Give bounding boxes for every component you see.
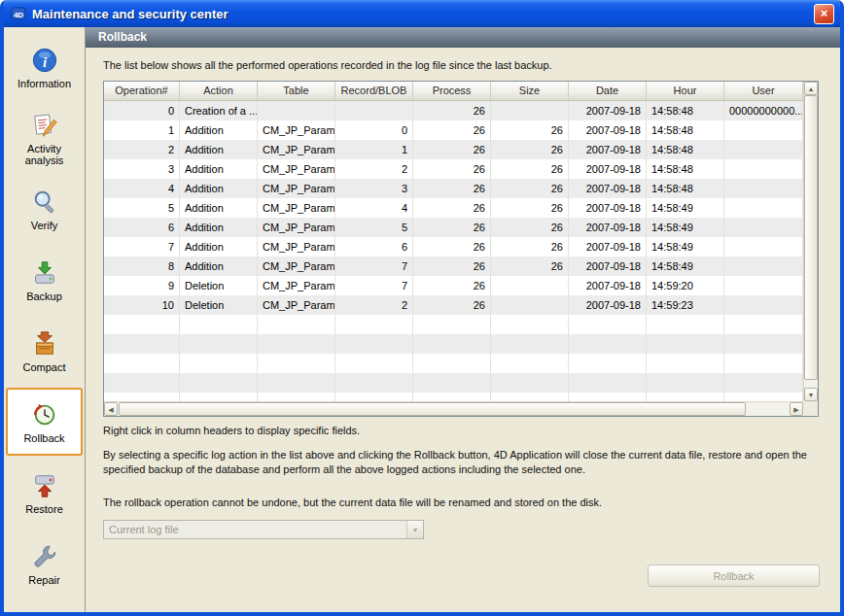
- table-row[interactable]: 4AdditionCM_JP_Params326262007-09-1814:5…: [104, 179, 803, 198]
- table-cell: 5: [104, 198, 180, 218]
- table-cell: 3: [335, 179, 413, 198]
- table-cell: 0: [104, 101, 180, 120]
- scroll-up-button[interactable]: ▲: [804, 82, 818, 95]
- column-header[interactable]: Date: [569, 82, 647, 100]
- column-header[interactable]: Size: [491, 82, 569, 100]
- table-cell: 26: [413, 276, 491, 295]
- horizontal-scroll-thumb[interactable]: [119, 402, 746, 416]
- log-file-select-value: Current log file: [104, 524, 406, 535]
- restore-disk-icon: [31, 470, 58, 501]
- table-row[interactable]: 6AdditionCM_JP_Params526262007-09-1814:5…: [104, 218, 803, 237]
- table-cell: [335, 315, 413, 334]
- sidebar-item-backup[interactable]: Backup: [6, 246, 83, 314]
- table-cell: 26: [491, 218, 569, 237]
- sidebar-item-repair[interactable]: Repair: [6, 530, 83, 598]
- table-cell: 2007-09-18: [569, 257, 647, 276]
- table-row[interactable]: 8AdditionCM_JP_Params726262007-09-1814:5…: [104, 257, 803, 276]
- table-cell: 6: [335, 237, 413, 257]
- table-cell: [724, 179, 803, 198]
- table-cell: [335, 373, 413, 393]
- close-button[interactable]: ×: [814, 4, 834, 24]
- compact-icon: [31, 328, 58, 359]
- table-cell: 10: [104, 295, 180, 315]
- column-header[interactable]: Process: [413, 82, 491, 100]
- table-cell: [258, 101, 335, 120]
- table-cell: [413, 315, 491, 334]
- table-row[interactable]: 1AdditionCM_JP_Params026262007-09-1814:5…: [104, 120, 803, 140]
- sidebar-item-restore[interactable]: Restore: [6, 459, 83, 527]
- table-cell: 26: [491, 120, 569, 140]
- table-cell: [180, 393, 258, 401]
- sidebar-item-label: Verify: [31, 220, 58, 231]
- table-row[interactable]: 9DeletionCM_JP_Params7262007-09-1814:59:…: [104, 276, 803, 295]
- sidebar-item-label: Information: [18, 78, 71, 89]
- column-header[interactable]: Record/BLOB: [335, 82, 413, 100]
- table-cell: CM_JP_Params: [258, 179, 335, 198]
- column-header[interactable]: Operation#: [104, 82, 180, 100]
- sidebar-item-activity-analysis[interactable]: Activity analysis: [6, 104, 83, 172]
- table-cell: [258, 354, 335, 373]
- table-cell: 26: [413, 198, 491, 218]
- sidebar-item-rollback[interactable]: Rollback: [6, 388, 83, 456]
- sidebar-item-label: Restore: [25, 503, 63, 515]
- sidebar-item-information[interactable]: i Information: [6, 33, 83, 101]
- table-cell: [335, 354, 413, 373]
- table-cell: 26: [413, 218, 491, 237]
- scroll-down-button[interactable]: ▼: [804, 388, 818, 401]
- log-file-select[interactable]: Current log file ▼: [103, 520, 424, 539]
- column-header[interactable]: Action: [180, 82, 258, 100]
- scroll-down-icon: ▼: [808, 392, 815, 398]
- repair-wrench-icon: [31, 541, 58, 572]
- rollback-description-text: By selecting a specific log action in th…: [103, 448, 830, 477]
- table-cell: 26: [413, 140, 491, 159]
- table-cell: [104, 334, 180, 354]
- table-cell: 26: [491, 198, 569, 218]
- table-cell: [491, 295, 569, 315]
- table-cell: 2007-09-18: [569, 101, 647, 120]
- column-header[interactable]: Table: [258, 82, 335, 100]
- table-cell: [413, 334, 491, 354]
- scroll-left-icon: ◀: [108, 406, 113, 413]
- vertical-scroll-thumb[interactable]: [804, 95, 818, 380]
- horizontal-scrollbar[interactable]: ◀ ▶: [104, 401, 803, 416]
- operations-table: Operation#ActionTableRecord/BLOBProcessS…: [103, 81, 819, 417]
- table-cell: [491, 101, 569, 120]
- vertical-scrollbar[interactable]: ▲ ▼: [803, 82, 818, 401]
- table-row[interactable]: [104, 315, 803, 334]
- panel-title: Rollback: [98, 30, 147, 44]
- column-header[interactable]: User: [724, 82, 803, 100]
- rollback-button[interactable]: Rollback: [648, 565, 820, 587]
- sidebar-item-compact[interactable]: Compact: [6, 317, 83, 385]
- table-row[interactable]: 2AdditionCM_JP_Params126262007-09-1814:5…: [104, 140, 803, 159]
- scroll-right-button[interactable]: ▶: [790, 402, 803, 416]
- table-cell: [724, 354, 803, 373]
- table-cell: 2007-09-18: [569, 218, 647, 237]
- table-row[interactable]: 3AdditionCM_JP_Params226262007-09-1814:5…: [104, 159, 803, 179]
- sidebar-item-verify[interactable]: Verify: [6, 175, 83, 243]
- table-cell: [724, 159, 803, 179]
- table-row[interactable]: [104, 354, 803, 373]
- scrollbar-corner: [803, 401, 818, 416]
- table-cell: Addition: [180, 120, 258, 140]
- table-row[interactable]: [104, 393, 803, 401]
- table-cell: [413, 373, 491, 393]
- table-row[interactable]: [104, 373, 803, 393]
- scroll-left-button[interactable]: ◀: [104, 402, 118, 416]
- table-body: 0Creation of a ...262007-09-1814:58:4800…: [104, 101, 803, 401]
- column-header[interactable]: Hour: [647, 82, 724, 100]
- table-row[interactable]: 10DeletionCM_JP_Params2262007-09-1814:59…: [104, 295, 803, 315]
- table-cell: 2007-09-18: [569, 140, 647, 159]
- table-row[interactable]: 7AdditionCM_JP_Params626262007-09-1814:5…: [104, 237, 803, 257]
- table-cell: 7: [335, 257, 413, 276]
- table-row[interactable]: [104, 334, 803, 354]
- svg-text:4D: 4D: [14, 11, 23, 19]
- table-row[interactable]: 5AdditionCM_JP_Params426262007-09-1814:5…: [104, 198, 803, 218]
- titlebar[interactable]: 4D Maintenance and security center ×: [4, 0, 840, 27]
- table-cell: [104, 354, 180, 373]
- table-cell: 2007-09-18: [569, 198, 647, 218]
- table-cell: 8: [104, 257, 180, 276]
- table-cell: 26: [413, 159, 491, 179]
- table-row[interactable]: 0Creation of a ...262007-09-1814:58:4800…: [104, 101, 803, 120]
- column-header-hint-text: Right click in column headers to display…: [103, 425, 840, 436]
- table-cell: [724, 276, 803, 295]
